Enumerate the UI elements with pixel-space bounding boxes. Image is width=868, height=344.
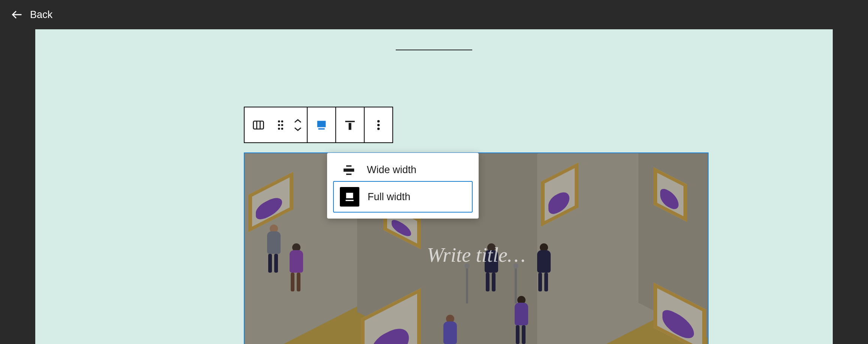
svg-rect-20 — [346, 193, 353, 198]
full-width-icon — [340, 187, 359, 207]
svg-point-9 — [281, 128, 283, 130]
svg-point-14 — [377, 120, 380, 122]
more-options-button[interactable] — [365, 107, 392, 142]
move-down-icon[interactable] — [294, 126, 302, 131]
svg-point-5 — [281, 120, 283, 122]
svg-point-6 — [278, 124, 280, 126]
move-buttons[interactable] — [289, 107, 307, 142]
back-arrow-icon[interactable] — [11, 8, 23, 21]
cover-title-placeholder[interactable]: Write title… — [427, 243, 526, 267]
svg-rect-13 — [348, 123, 351, 130]
alignment-option-wide[interactable]: Wide width — [333, 159, 473, 181]
separator-block[interactable] — [396, 50, 472, 50]
drag-handle[interactable] — [272, 107, 289, 142]
alignment-dropdown: Wide width Full width — [327, 153, 479, 219]
svg-rect-12 — [345, 121, 355, 122]
editor-header: Back — [0, 0, 868, 29]
svg-point-16 — [377, 127, 380, 130]
svg-point-4 — [278, 120, 280, 122]
alignment-option-full[interactable]: Full width — [333, 181, 473, 213]
svg-rect-21 — [345, 200, 353, 201]
alignment-option-label: Full width — [368, 191, 410, 203]
alignment-option-label: Wide width — [367, 164, 416, 176]
alignment-button[interactable] — [308, 107, 335, 142]
editor-canvas: Write title… — [35, 29, 833, 344]
back-label[interactable]: Back — [30, 9, 53, 21]
move-up-icon[interactable] — [294, 119, 302, 124]
block-type-button[interactable] — [245, 107, 272, 142]
svg-point-7 — [281, 124, 283, 126]
svg-rect-1 — [254, 121, 264, 129]
svg-rect-19 — [346, 174, 351, 175]
svg-rect-10 — [317, 121, 326, 127]
vertical-align-button[interactable] — [336, 107, 364, 142]
svg-point-15 — [377, 124, 380, 126]
block-toolbar — [244, 107, 393, 143]
svg-rect-18 — [344, 168, 354, 172]
svg-point-8 — [278, 128, 280, 130]
svg-rect-11 — [318, 128, 325, 130]
svg-rect-17 — [346, 165, 351, 167]
wide-width-icon — [339, 165, 359, 175]
